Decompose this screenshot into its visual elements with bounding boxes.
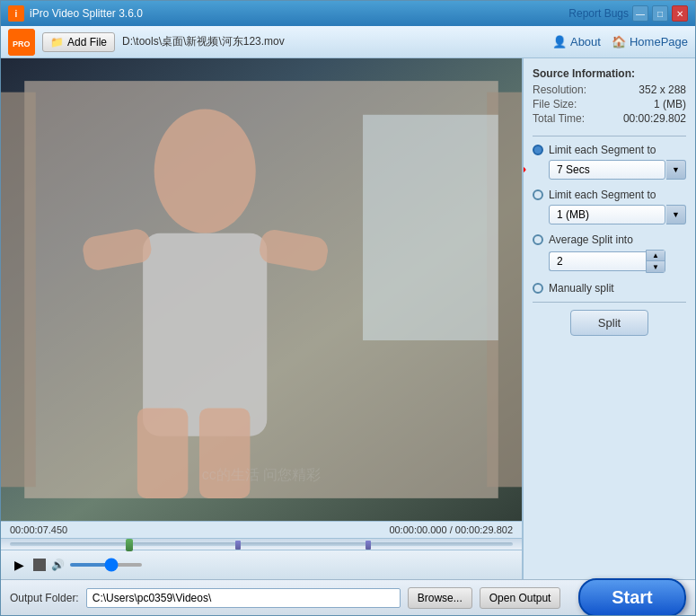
title-bar-controls: Report Bugs — □ ✕ [568,5,688,22]
bottom-controls: 00:00:07.450 00:00:00.000 / 00:00:29.802… [1,521,522,579]
source-info: Source Information: Resolution: 352 x 28… [533,67,686,125]
filesize-label: File Size: [533,98,577,110]
stop-button[interactable] [33,559,46,571]
homepage-link[interactable]: 🏠 HomePage [612,35,688,48]
avg-spinner-input[interactable] [549,251,646,271]
time-dropdown-row: 1 Secs 2 Secs 3 Secs 5 Secs 7 Secs 10 Se… [549,160,686,180]
video-container[interactable]: cc的生活 问您精彩 [1,58,522,521]
svg-rect-9 [137,408,189,497]
resolution-label: Resolution: [533,84,586,96]
close-button[interactable]: ✕ [672,5,688,22]
output-path-input[interactable] [86,588,401,608]
filesize-value: 1 (MB) [654,98,686,110]
separator-1 [533,136,686,136]
homepage-label: HomePage [630,35,688,48]
time-dropdown[interactable]: 1 Secs 2 Secs 3 Secs 5 Secs 7 Secs 10 Se… [549,160,665,180]
current-time: 00:00:07.450 [10,524,67,535]
home-icon: 🏠 [612,35,626,48]
about-label: About [570,35,601,48]
avg-spinner-buttons: ▲ ▼ [646,250,665,273]
svg-rect-4 [1,92,36,488]
time-dropdown-arrow: ▼ [666,160,686,180]
option-avg-radio[interactable] [533,234,543,245]
svg-rect-10 [199,408,251,497]
avg-spinner-up[interactable]: ▲ [647,251,665,261]
progress-thumb[interactable] [126,539,133,551]
resolution-value: 352 x 288 [639,84,686,96]
marker-1[interactable] [235,541,241,550]
option-time-radio[interactable] [533,145,543,155]
option-size-radio[interactable] [533,189,543,200]
title-bar-left: i iPro Video Splitter 3.6.0 [8,5,143,22]
add-file-icon: 📁 [50,36,64,48]
option-manual-radio[interactable] [533,283,543,294]
about-icon: 👤 [552,35,567,48]
option-avg-row[interactable]: Average Split into [533,233,686,246]
left-panel: cc的生活 问您精彩 00:00:07.450 00:00:00.000 / 0… [1,58,522,579]
app-icon: i [8,5,24,22]
open-output-button[interactable]: Open Output [480,587,561,609]
app-title: iPro Video Splitter 3.6.0 [30,7,143,20]
output-bar: Output Folder: Browse... Open Output Sta… [1,579,695,615]
svg-text:PRO: PRO [13,40,31,48]
source-info-title: Source Information: [533,67,686,80]
toolbar-left: PRO 📁 Add File D:\tools\桌面\新视频\河东123.mov [8,29,285,56]
filesize-row: File Size: 1 (MB) [533,98,686,110]
right-panel: Source Information: Resolution: 352 x 28… [522,58,695,579]
option-time-row[interactable]: Limit each Segment to [533,144,686,156]
volume-icon: 🔊 [51,559,65,571]
avg-spinner-row: ▲ ▼ [549,250,686,273]
separator-2 [533,302,686,303]
play-button[interactable]: ▶ [10,556,28,574]
totaltime-row: Total Time: 00:00:29.802 [533,112,686,125]
arrow-indicator: ➜ [522,160,526,180]
option-size-row[interactable]: Limit each Segment to [533,189,686,201]
toolbar-right: 👤 About 🏠 HomePage [552,35,688,48]
svg-rect-8 [143,233,267,436]
option-manual-label: Manually split [549,282,614,295]
time-display: 00:00:07.450 00:00:00.000 / 00:00:29.802 [1,522,522,538]
totaltime-label: Total Time: [533,112,585,125]
start-button[interactable]: Start [578,578,686,616]
avg-spinner-down[interactable]: ▼ [647,261,665,272]
time-range: 00:00:00.000 / 00:00:29.802 [389,524,513,535]
option-time-label: Limit each Segment to [549,144,656,156]
app-window: i iPro Video Splitter 3.6.0 Report Bugs … [0,0,696,616]
option-size-label: Limit each Segment to [549,189,656,201]
report-bugs-link[interactable]: Report Bugs [568,7,629,20]
browse-button[interactable]: Browse... [408,587,472,609]
restore-button[interactable]: □ [652,5,668,22]
app-logo: PRO [8,29,35,56]
svg-point-7 [154,110,256,233]
minimize-button[interactable]: — [632,5,648,22]
size-dropdown-arrow: ▼ [666,205,686,224]
split-button[interactable]: Split [570,310,648,336]
svg-rect-6 [363,115,498,340]
progress-track [10,542,513,546]
size-dropdown[interactable]: 1 (MB) 2 (MB) 5 (MB) 10 (MB) 50 (MB) 100… [549,205,665,224]
video-frame: cc的生活 问您精彩 [1,58,522,521]
resolution-row: Resolution: 352 x 288 [533,84,686,96]
option-manual-row[interactable]: Manually split [533,282,686,295]
file-path: D:\tools\桌面\新视频\河东123.mov [122,34,285,49]
volume-slider[interactable] [70,563,142,567]
add-file-button[interactable]: 📁 Add File [42,32,115,52]
playback-controls: ▶ 🔊 [1,550,522,579]
add-file-label: Add File [67,36,107,48]
marker-2[interactable] [366,541,371,550]
size-dropdown-row: 1 (MB) 2 (MB) 5 (MB) 10 (MB) 50 (MB) 100… [549,205,686,224]
output-label: Output Folder: [10,592,79,604]
progress-bar[interactable] [1,538,522,550]
about-link[interactable]: 👤 About [552,35,601,48]
option-avg-label: Average Split into [549,233,633,246]
title-bar: i iPro Video Splitter 3.6.0 Report Bugs … [1,1,695,26]
content-row: cc的生活 问您精彩 00:00:07.450 00:00:00.000 / 0… [1,58,695,579]
totaltime-value: 00:00:29.802 [623,112,686,125]
toolbar: PRO 📁 Add File D:\tools\桌面\新视频\河东123.mov… [1,26,695,58]
